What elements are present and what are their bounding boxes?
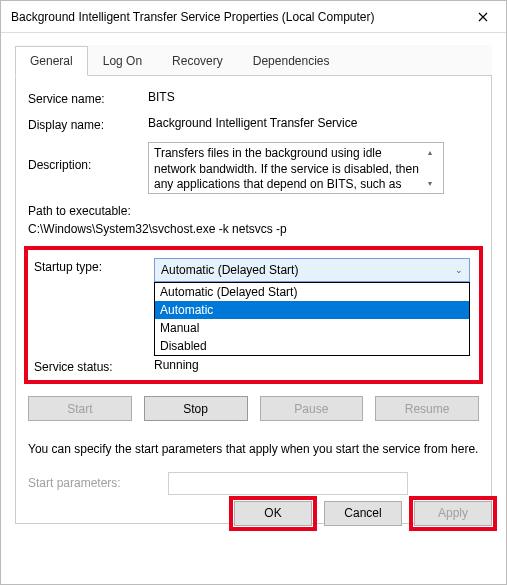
start-button: Start bbox=[28, 396, 132, 421]
label-startup-type: Startup type: bbox=[34, 258, 154, 274]
tab-dependencies[interactable]: Dependencies bbox=[238, 46, 345, 76]
description-box[interactable]: Transfers files in the background using … bbox=[148, 142, 444, 194]
tab-general[interactable]: General bbox=[15, 46, 88, 76]
option-manual[interactable]: Manual bbox=[155, 319, 469, 337]
pause-button: Pause bbox=[260, 396, 364, 421]
label-description: Description: bbox=[28, 142, 148, 172]
service-control-buttons: Start Stop Pause Resume bbox=[28, 396, 479, 421]
description-scrollbar[interactable]: ▴ ▾ bbox=[422, 146, 438, 190]
startup-type-combobox[interactable]: Automatic (Delayed Start) ⌄ bbox=[154, 258, 470, 282]
chevron-up-icon: ▴ bbox=[428, 148, 432, 157]
dialog-button-row: OK Cancel Apply bbox=[234, 501, 492, 526]
close-button[interactable] bbox=[460, 1, 506, 33]
titlebar: Background Intelligent Transfer Service … bbox=[1, 1, 506, 33]
close-icon bbox=[478, 12, 488, 22]
tab-strip: General Log On Recovery Dependencies bbox=[15, 45, 492, 76]
label-service-status: Service status: bbox=[34, 358, 154, 374]
startup-type-dropdown: Automatic (Delayed Start) Automatic Manu… bbox=[154, 282, 470, 356]
value-path: C:\Windows\System32\svchost.exe -k netsv… bbox=[28, 222, 479, 236]
start-parameters-input bbox=[168, 472, 408, 495]
value-display-name: Background Intelligent Transfer Service bbox=[148, 116, 479, 130]
option-disabled[interactable]: Disabled bbox=[155, 337, 469, 355]
resume-button: Resume bbox=[375, 396, 479, 421]
option-auto-delayed[interactable]: Automatic (Delayed Start) bbox=[155, 283, 469, 301]
window-title: Background Intelligent Transfer Service … bbox=[11, 10, 460, 24]
tab-recovery[interactable]: Recovery bbox=[157, 46, 238, 76]
highlight-startup-section: Startup type: Automatic (Delayed Start) … bbox=[24, 246, 483, 384]
tab-panel-general: Service name: BITS Display name: Backgro… bbox=[15, 76, 492, 524]
chevron-down-icon: ▾ bbox=[428, 179, 432, 188]
startup-type-select[interactable]: Automatic (Delayed Start) ⌄ Automatic (D… bbox=[154, 258, 470, 282]
label-service-name: Service name: bbox=[28, 90, 148, 106]
dialog-content: General Log On Recovery Dependencies Ser… bbox=[1, 33, 506, 538]
value-service-status: Running bbox=[154, 358, 199, 374]
startup-type-value: Automatic (Delayed Start) bbox=[161, 263, 298, 277]
label-path: Path to executable: bbox=[28, 204, 479, 218]
dialog-window: Background Intelligent Transfer Service … bbox=[0, 0, 507, 585]
chevron-down-icon: ⌄ bbox=[455, 265, 463, 275]
start-parameters-note: You can specify the start parameters tha… bbox=[28, 441, 479, 458]
value-service-name: BITS bbox=[148, 90, 479, 104]
description-text: Transfers files in the background using … bbox=[154, 146, 422, 190]
ok-button[interactable]: OK bbox=[234, 501, 312, 526]
option-automatic[interactable]: Automatic bbox=[155, 301, 469, 319]
label-start-parameters: Start parameters: bbox=[28, 476, 168, 490]
stop-button[interactable]: Stop bbox=[144, 396, 248, 421]
cancel-button[interactable]: Cancel bbox=[324, 501, 402, 526]
label-display-name: Display name: bbox=[28, 116, 148, 132]
tab-logon[interactable]: Log On bbox=[88, 46, 157, 76]
apply-button: Apply bbox=[414, 501, 492, 526]
